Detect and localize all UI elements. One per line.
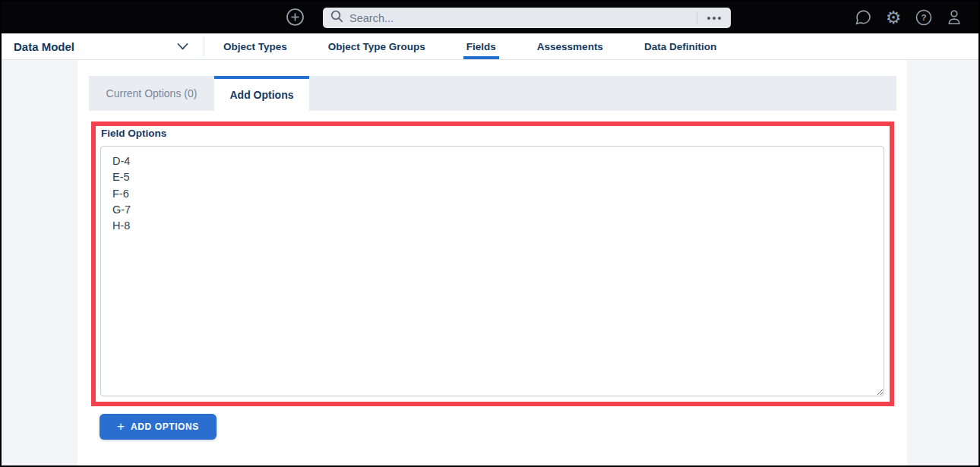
ellipsis-icon <box>706 17 722 20</box>
gear-icon: ⚙ <box>886 9 902 27</box>
nav-divider <box>204 36 204 56</box>
search-input[interactable] <box>343 12 697 24</box>
add-options-button[interactable]: + ADD OPTIONS <box>100 414 217 440</box>
options-subtab-bar: Current Options (0) Add Options <box>89 76 896 111</box>
plus-icon: + <box>117 420 125 433</box>
chevron-down-icon <box>177 39 188 53</box>
nav-bar: Data Model Object Types Object Type Grou… <box>2 33 978 60</box>
tab-assessments[interactable]: Assessments <box>534 33 606 59</box>
help-button[interactable]: ? <box>915 8 933 27</box>
nav-tabs: Object Types Object Type Groups Fields A… <box>220 33 719 59</box>
search-more-button[interactable] <box>697 11 731 24</box>
search-bar[interactable] <box>323 8 731 28</box>
user-menu-button[interactable] <box>945 8 963 27</box>
subtab-add-options[interactable]: Add Options <box>214 76 309 111</box>
chat-icon <box>854 8 872 27</box>
add-options-button-label: ADD OPTIONS <box>131 421 199 432</box>
field-options-label: Field Options <box>101 128 166 139</box>
chat-button[interactable] <box>854 8 872 27</box>
tab-object-types[interactable]: Object Types <box>220 33 290 59</box>
topbar-actions: ⚙ ? <box>854 2 963 33</box>
subtab-current-options[interactable]: Current Options (0) <box>89 76 214 111</box>
user-icon <box>945 8 963 27</box>
help-icon: ? <box>915 8 933 27</box>
svg-text:?: ? <box>921 13 926 22</box>
search-icon <box>330 10 343 26</box>
top-bar: ⚙ ? <box>2 2 978 33</box>
app-window: ⚙ ? Data Model <box>0 0 980 467</box>
tab-fields[interactable]: Fields <box>463 33 499 59</box>
module-title: Data Model <box>14 40 74 53</box>
tab-data-definition[interactable]: Data Definition <box>641 33 719 59</box>
settings-button[interactable]: ⚙ <box>884 8 903 27</box>
module-dropdown[interactable]: Data Model <box>14 33 196 59</box>
field-options-textarea[interactable]: D-4 E-5 F-6 G-7 H-8 <box>100 146 884 396</box>
plus-circle-icon <box>286 8 305 27</box>
tab-object-type-groups[interactable]: Object Type Groups <box>325 33 428 59</box>
quick-add-button[interactable] <box>286 8 305 30</box>
